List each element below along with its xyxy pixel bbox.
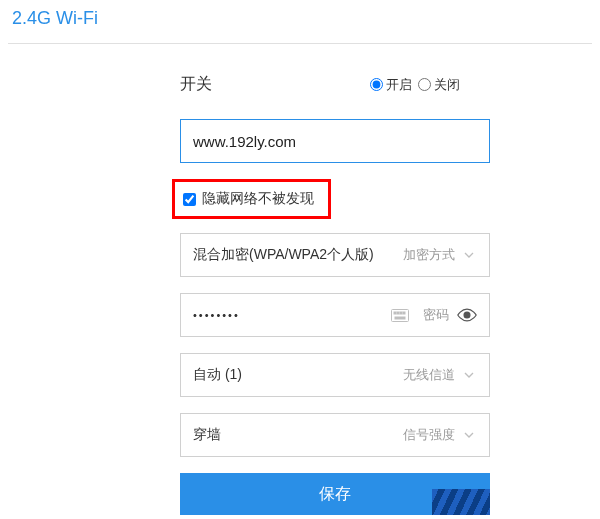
encryption-select[interactable]: 混合加密(WPA/WPA2个人版) 加密方式 (180, 233, 490, 277)
chevron-down-icon (461, 367, 477, 383)
save-button[interactable]: 保存 (180, 473, 490, 515)
svg-rect-4 (403, 312, 405, 314)
switch-off-radio[interactable]: 关闭 (418, 76, 460, 94)
signal-select[interactable]: 穿墙 信号强度 (180, 413, 490, 457)
switch-on-input[interactable] (370, 78, 383, 91)
switch-label: 开关 (0, 74, 370, 95)
svg-rect-5 (395, 317, 405, 319)
svg-rect-3 (400, 312, 402, 314)
channel-select[interactable]: 自动 (1) 无线信道 (180, 353, 490, 397)
switch-on-label: 开启 (386, 76, 412, 94)
ssid-input[interactable] (193, 133, 477, 150)
svg-point-6 (464, 312, 470, 318)
signal-value: 穿墙 (193, 426, 403, 444)
keyboard-icon (391, 309, 409, 322)
svg-rect-2 (397, 312, 399, 314)
eye-icon[interactable] (457, 308, 477, 322)
password-masked: •••••••• (193, 309, 391, 321)
svg-rect-0 (392, 309, 409, 321)
chevron-down-icon (461, 427, 477, 443)
password-suffix: 密码 (423, 306, 449, 324)
chevron-down-icon (461, 247, 477, 263)
encryption-suffix: 加密方式 (403, 246, 455, 264)
channel-suffix: 无线信道 (403, 366, 455, 384)
hide-network-highlight: 隐藏网络不被发现 (172, 179, 331, 219)
channel-value: 自动 (1) (193, 366, 403, 384)
hide-network-label: 隐藏网络不被发现 (202, 190, 314, 208)
page-title: 2.4G Wi-Fi (0, 0, 600, 43)
hide-network-checkbox[interactable]: 隐藏网络不被发现 (179, 184, 324, 214)
encryption-value: 混合加密(WPA/WPA2个人版) (193, 246, 403, 264)
ssid-field[interactable] (180, 119, 490, 163)
hide-network-input[interactable] (183, 193, 196, 206)
switch-off-label: 关闭 (434, 76, 460, 94)
svg-rect-1 (394, 312, 396, 314)
switch-on-radio[interactable]: 开启 (370, 76, 412, 94)
wifi-form: 开关 开启 关闭 隐藏网络不被发现 混合加密(WPA/WPA2个人版) 加密方式 (0, 44, 600, 515)
password-field[interactable]: •••••••• 密码 (180, 293, 490, 337)
switch-radio-group: 开启 关闭 (370, 76, 460, 94)
switch-off-input[interactable] (418, 78, 431, 91)
signal-suffix: 信号强度 (403, 426, 455, 444)
switch-row: 开关 开启 关闭 (0, 74, 600, 95)
